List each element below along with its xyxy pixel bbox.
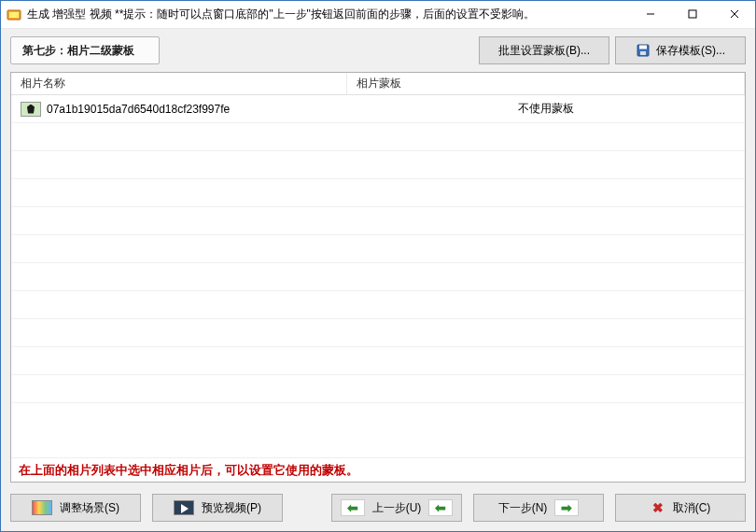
list-body: 07a1b19015da7d6540d18cf23f997fe 不使用蒙板 bbox=[11, 95, 745, 457]
photo-panel: 相片名称 相片蒙板 07a1b19015da7d6540d18cf23f997f… bbox=[10, 72, 746, 483]
cancel-button[interactable]: ✖ 取消(C) bbox=[615, 494, 746, 522]
bottom-row: 调整场景(S) 预览视频(P) ⬅ 上一步(U) ⬅ 下一步(N) ➡ ✖ 取消… bbox=[10, 490, 746, 522]
prev-arrow-icon: ⬅ bbox=[341, 499, 365, 516]
window-controls bbox=[629, 1, 755, 28]
preview-icon bbox=[174, 500, 194, 515]
preview-video-button[interactable]: 预览视频(P) bbox=[152, 494, 283, 522]
next-arrow-icon: ➡ bbox=[554, 499, 579, 516]
list-header: 相片名称 相片蒙板 bbox=[11, 73, 745, 95]
scene-icon bbox=[32, 500, 52, 515]
close-button[interactable] bbox=[713, 1, 755, 27]
svg-rect-7 bbox=[639, 46, 647, 49]
preview-video-label: 预览视频(P) bbox=[202, 500, 261, 516]
cancel-x-icon: ✖ bbox=[651, 500, 665, 515]
batch-mask-button[interactable]: 批里设置蒙板(B)... bbox=[479, 36, 609, 64]
adjust-scene-label: 调整场景(S) bbox=[60, 500, 119, 516]
adjust-scene-button[interactable]: 调整场景(S) bbox=[10, 494, 141, 522]
save-template-button[interactable]: 保存模板(S)... bbox=[615, 36, 746, 64]
cell-mask: 不使用蒙板 bbox=[347, 101, 745, 117]
maximize-button[interactable] bbox=[671, 1, 713, 27]
photo-thumb-icon bbox=[21, 102, 41, 117]
next-step-button[interactable]: 下一步(N) ➡ bbox=[473, 494, 604, 522]
table-row[interactable]: 07a1b19015da7d6540d18cf23f997fe 不使用蒙板 bbox=[11, 95, 745, 123]
content-area: 第七步：相片二级蒙板 批里设置蒙板(B)... 保存模板(S)... 相片名称 … bbox=[1, 29, 755, 531]
hint-text: 在上面的相片列表中选中相应相片后，可以设置它使用的蒙板。 bbox=[11, 457, 745, 482]
col-header-mask[interactable]: 相片蒙板 bbox=[347, 73, 745, 94]
app-icon bbox=[7, 7, 21, 22]
cancel-label: 取消(C) bbox=[673, 500, 711, 516]
photo-list: 相片名称 相片蒙板 07a1b19015da7d6540d18cf23f997f… bbox=[11, 73, 745, 457]
prev-arrow-icon-2: ⬅ bbox=[428, 499, 453, 516]
photo-mask-value: 不使用蒙板 bbox=[518, 101, 574, 117]
svg-rect-8 bbox=[640, 51, 646, 55]
app-window: 生成 增强型 视频 **提示：随时可以点窗口底部的"上一步"按钮返回前面的步骤，… bbox=[0, 0, 756, 532]
titlebar: 生成 增强型 视频 **提示：随时可以点窗口底部的"上一步"按钮返回前面的步骤，… bbox=[1, 1, 755, 29]
svg-rect-3 bbox=[689, 10, 696, 18]
step-title: 第七步：相片二级蒙板 bbox=[10, 36, 160, 64]
top-row: 第七步：相片二级蒙板 批里设置蒙板(B)... 保存模板(S)... bbox=[10, 36, 746, 64]
titlebar-text: 生成 增强型 视频 **提示：随时可以点窗口底部的"上一步"按钮返回前面的步骤，… bbox=[27, 7, 629, 22]
photo-name: 07a1b19015da7d6540d18cf23f997fe bbox=[47, 103, 230, 116]
prev-step-button[interactable]: ⬅ 上一步(U) ⬅ bbox=[331, 494, 462, 522]
batch-mask-label: 批里设置蒙板(B)... bbox=[498, 43, 590, 59]
save-icon bbox=[636, 43, 651, 58]
svg-rect-1 bbox=[9, 12, 19, 18]
save-template-label: 保存模板(S)... bbox=[656, 43, 725, 59]
next-step-label: 下一步(N) bbox=[498, 500, 548, 516]
prev-step-label: 上一步(U) bbox=[372, 500, 422, 516]
cell-name: 07a1b19015da7d6540d18cf23f997fe bbox=[11, 102, 347, 117]
col-header-name[interactable]: 相片名称 bbox=[11, 73, 347, 94]
minimize-button[interactable] bbox=[629, 1, 671, 27]
